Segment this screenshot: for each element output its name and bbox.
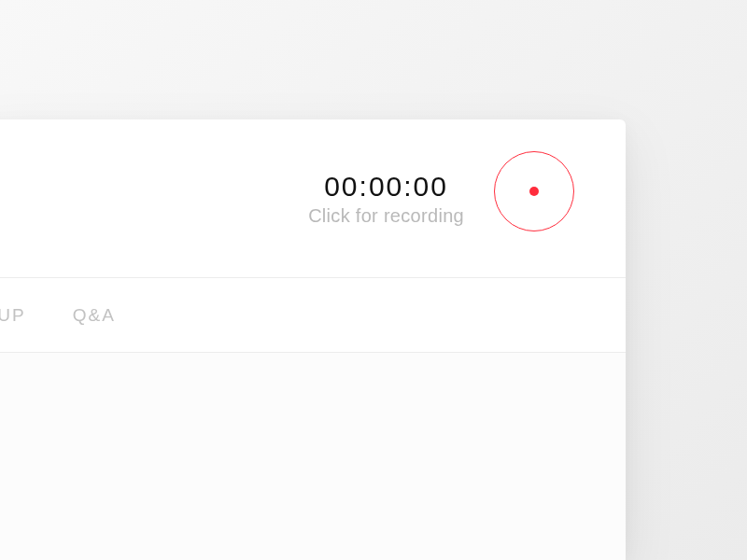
content-area	[0, 353, 626, 560]
recorder-header: 00:00:00 Click for recording	[0, 119, 626, 278]
record-button[interactable]	[494, 151, 574, 231]
tab-group[interactable]: GROUP	[0, 305, 26, 326]
recording-timer: 00:00:00	[324, 171, 448, 202]
tab-bar: GROUP Q&A	[0, 278, 626, 353]
app-card: 00:00:00 Click for recording GROUP Q&A	[0, 119, 626, 560]
record-icon	[529, 187, 539, 196]
recording-hint: Click for recording	[308, 205, 464, 227]
tab-qa[interactable]: Q&A	[73, 305, 116, 326]
timer-block: 00:00:00 Click for recording	[308, 171, 464, 227]
